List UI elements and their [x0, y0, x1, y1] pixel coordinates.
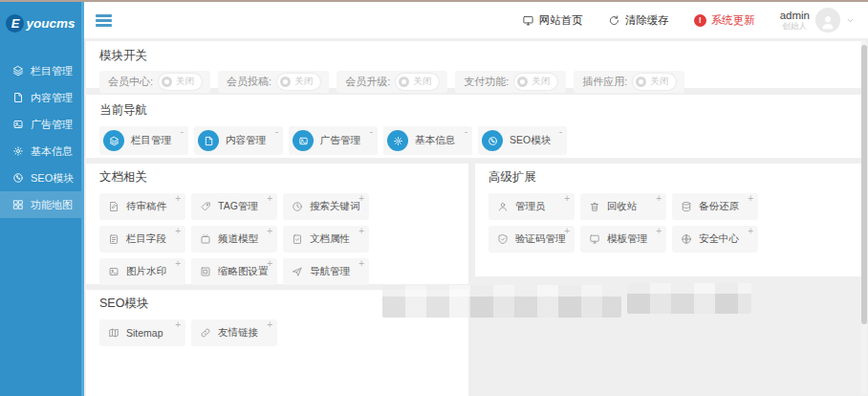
- toggle-member-submit[interactable]: 关闭: [277, 74, 320, 90]
- scrollbar-thumb[interactable]: [861, 45, 867, 324]
- blurred-watermark: [382, 285, 621, 318]
- card-backup-restore[interactable]: 备份还原 +: [672, 193, 758, 220]
- card-sitemap[interactable]: Sitemap +: [99, 319, 185, 346]
- add-to-nav-button[interactable]: +: [748, 227, 753, 236]
- remove-from-nav-button[interactable]: -: [275, 127, 278, 137]
- card-recycle-bin[interactable]: 回收站 +: [580, 193, 666, 220]
- nav-card-content-manage[interactable]: 内容管理 -: [194, 126, 283, 155]
- add-to-nav-button[interactable]: +: [358, 194, 364, 204]
- user-icon: [819, 13, 836, 31]
- card-pending-manuscripts[interactable]: 待审稿件 +: [99, 193, 185, 220]
- sidebar-item-function-map[interactable]: 功能地图: [0, 191, 81, 218]
- toggle-member-center[interactable]: 关闭: [159, 74, 202, 90]
- sidebar-item-label: SEO模块: [31, 171, 74, 186]
- switch-plugin-app: 插件应用: 关闭: [574, 71, 684, 93]
- card-captcha-manage[interactable]: 验证码管理 +: [488, 226, 575, 253]
- site-home-label: 网站首页: [539, 13, 583, 28]
- switch-member-center: 会员中心: 关闭: [99, 71, 210, 93]
- add-to-nav-button[interactable]: +: [175, 259, 181, 269]
- topbar: 网站首页 清除缓存 ! 系统更新 admin 创始人: [84, 2, 868, 38]
- toggle-member-upgrade[interactable]: 关闭: [396, 74, 439, 90]
- person-icon: [497, 201, 509, 212]
- switch-payment: 支付功能: 关闭: [455, 71, 566, 93]
- remove-from-nav-button[interactable]: -: [181, 127, 184, 137]
- doc-lines-icon: [108, 233, 119, 245]
- sidebar-item-seo-module[interactable]: SEO模块: [0, 165, 81, 191]
- add-to-nav-button[interactable]: +: [175, 227, 181, 236]
- sidebar-item-ad-manage[interactable]: 广告管理: [0, 111, 81, 138]
- toggle-payment[interactable]: 关闭: [514, 74, 557, 90]
- sidebar-item-label: 栏目管理: [31, 64, 73, 78]
- sidebar-item-label: 基本信息: [31, 144, 73, 159]
- module-switch-panel: 模块开关 会员中心: 关闭 会员投稿: 关闭 会员升级: 关闭 支付功能: 关闭…: [86, 41, 864, 88]
- card-grid: 管理员 + 回收站 + 备份还原 + 验证码管理 + 模板管理 +: [488, 193, 764, 253]
- add-to-nav-button[interactable]: +: [267, 194, 272, 204]
- user-menu[interactable]: admin 创始人: [780, 8, 855, 33]
- add-to-nav-button[interactable]: +: [175, 320, 181, 330]
- phone-icon: [12, 172, 24, 184]
- blurred-watermark: [627, 283, 751, 314]
- clear-cache-link[interactable]: 清除缓存: [608, 13, 669, 28]
- add-to-nav-button[interactable]: +: [564, 227, 570, 236]
- add-to-nav-button[interactable]: +: [748, 194, 753, 204]
- shield-check-icon: [497, 233, 509, 245]
- card-column-fields[interactable]: 栏目字段 +: [99, 226, 185, 253]
- nav-card-basic-info[interactable]: 基本信息 -: [383, 126, 472, 155]
- card-channel-model[interactable]: 频道模型 +: [191, 226, 277, 253]
- window-top-accent: [0, 0, 868, 2]
- toggle-plugin-app[interactable]: 关闭: [633, 74, 676, 90]
- link-icon: [200, 327, 211, 339]
- sidebar-item-content-manage[interactable]: 内容管理: [0, 84, 81, 111]
- card-tag-manage[interactable]: TAG管理 +: [191, 193, 277, 220]
- nav-card-column-manage[interactable]: 栏目管理 -: [99, 126, 188, 155]
- card-navigation-manage[interactable]: 导航管理 +: [283, 258, 369, 285]
- nav-card-seo-module[interactable]: SEO模块 -: [478, 126, 567, 155]
- add-to-nav-button[interactable]: +: [656, 194, 662, 204]
- section-title: 文档相关: [99, 169, 455, 186]
- nav-card-row: 栏目管理 - 内容管理 - 广告管理 - 基本信息 - SEO模块 -: [99, 126, 851, 155]
- app-logo[interactable]: E youcms: [0, 2, 81, 33]
- card-administrators[interactable]: 管理员 +: [488, 193, 575, 220]
- card-document-attributes[interactable]: 文档属性 +: [283, 226, 369, 253]
- refresh-icon: [608, 14, 620, 27]
- add-to-nav-button[interactable]: +: [175, 194, 181, 204]
- toggle-state: 关闭: [413, 76, 431, 88]
- document-icon: [12, 92, 24, 103]
- topbar-actions: 网站首页 清除缓存 ! 系统更新 admin 创始人: [522, 2, 855, 38]
- add-to-nav-button[interactable]: +: [358, 259, 364, 269]
- sidebar-item-basic-info[interactable]: 基本信息: [0, 138, 81, 165]
- nav-card-ad-manage[interactable]: 广告管理 -: [289, 126, 378, 155]
- remove-from-nav-button[interactable]: -: [370, 127, 373, 137]
- sidebar-menu: 栏目管理 内容管理 广告管理 基本信息 SEO模块 功能地图: [0, 57, 81, 218]
- menu-toggle-icon[interactable]: [96, 14, 112, 29]
- card-image-watermark[interactable]: 图片水印 +: [99, 258, 185, 285]
- image-icon: [108, 266, 119, 277]
- add-to-nav-button[interactable]: +: [358, 227, 364, 236]
- card-friendly-links[interactable]: 友情链接 +: [191, 319, 277, 346]
- user-role: 创始人: [780, 22, 810, 32]
- logo-text: youcms: [26, 16, 75, 31]
- card-search-keywords[interactable]: 搜索关键词 +: [283, 193, 369, 220]
- card-security-center[interactable]: 安全中心 +: [672, 226, 758, 253]
- tag-icon: [200, 201, 211, 212]
- add-to-nav-button[interactable]: +: [564, 194, 570, 204]
- add-to-nav-button[interactable]: +: [267, 259, 272, 269]
- add-to-nav-button[interactable]: +: [267, 320, 272, 330]
- toggle-knob: [280, 77, 291, 87]
- card-thumbnail-settings[interactable]: 缩略图设置 +: [191, 258, 277, 285]
- sidebar-item-label: 内容管理: [31, 91, 73, 105]
- remove-from-nav-button[interactable]: -: [465, 127, 467, 137]
- sidebar-item-column-manage[interactable]: 栏目管理: [0, 57, 81, 84]
- add-to-nav-button[interactable]: +: [656, 227, 662, 236]
- add-to-nav-button[interactable]: +: [267, 227, 272, 236]
- remove-from-nav-button[interactable]: -: [559, 127, 562, 137]
- section-title: 模块开关: [99, 48, 851, 64]
- gear-icon: [387, 130, 408, 151]
- toggle-state: 关闭: [176, 76, 194, 88]
- system-update-link[interactable]: ! 系统更新: [694, 13, 755, 28]
- toggle-knob: [636, 77, 646, 87]
- toggle-state: 关闭: [650, 76, 668, 88]
- card-template-manage[interactable]: 模板管理 +: [580, 226, 666, 253]
- site-home-link[interactable]: 网站首页: [522, 13, 583, 28]
- document-icon: [198, 130, 219, 151]
